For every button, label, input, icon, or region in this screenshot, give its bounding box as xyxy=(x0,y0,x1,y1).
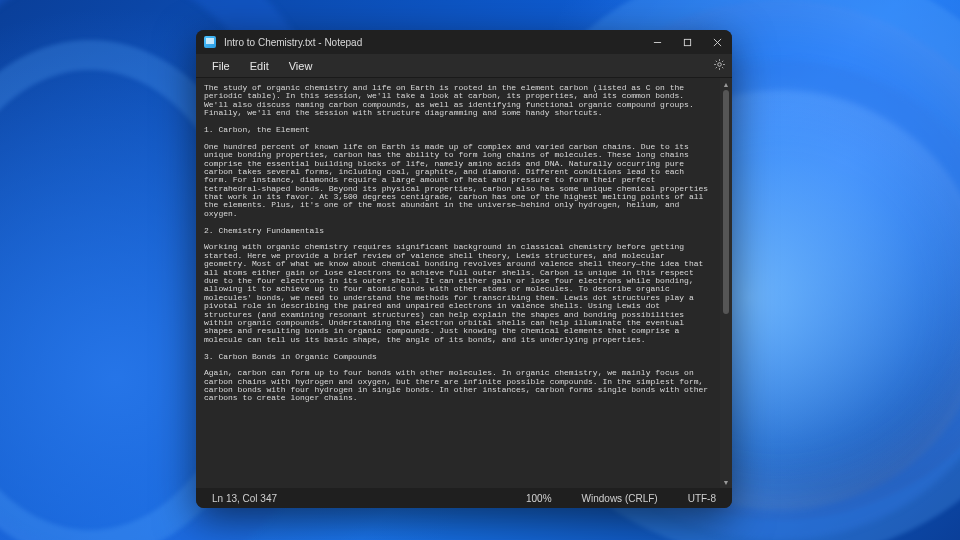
statusbar: Ln 13, Col 347 100% Windows (CRLF) UTF-8 xyxy=(196,488,732,508)
scroll-down-arrow-icon[interactable]: ▼ xyxy=(720,476,732,488)
scroll-up-arrow-icon[interactable]: ▲ xyxy=(720,78,732,90)
gear-icon xyxy=(713,57,726,75)
notepad-app-icon xyxy=(204,36,216,48)
maximize-button[interactable] xyxy=(672,30,702,54)
settings-button[interactable] xyxy=(712,59,726,73)
window-title: Intro to Chemistry.txt - Notepad xyxy=(224,37,362,48)
menu-view[interactable]: View xyxy=(279,58,323,74)
svg-rect-0 xyxy=(684,39,690,45)
status-line-ending[interactable]: Windows (CRLF) xyxy=(576,493,664,504)
minimize-button[interactable] xyxy=(642,30,672,54)
editor-area: The study of organic chemistry and life … xyxy=(196,78,732,488)
status-cursor-position: Ln 13, Col 347 xyxy=(206,493,283,504)
menu-edit[interactable]: Edit xyxy=(240,58,279,74)
menu-file[interactable]: File xyxy=(202,58,240,74)
menubar: File Edit View xyxy=(196,54,732,78)
vertical-scrollbar[interactable]: ▲ ▼ xyxy=(720,78,732,488)
svg-point-1 xyxy=(717,62,721,66)
notepad-window: Intro to Chemistry.txt - Notepad File Ed… xyxy=(196,30,732,508)
scrollbar-track[interactable] xyxy=(720,90,732,476)
status-encoding[interactable]: UTF-8 xyxy=(682,493,722,504)
scrollbar-thumb[interactable] xyxy=(723,90,729,314)
text-editor[interactable]: The study of organic chemistry and life … xyxy=(196,78,720,488)
titlebar[interactable]: Intro to Chemistry.txt - Notepad xyxy=(196,30,732,54)
close-button[interactable] xyxy=(702,30,732,54)
status-zoom[interactable]: 100% xyxy=(520,493,558,504)
